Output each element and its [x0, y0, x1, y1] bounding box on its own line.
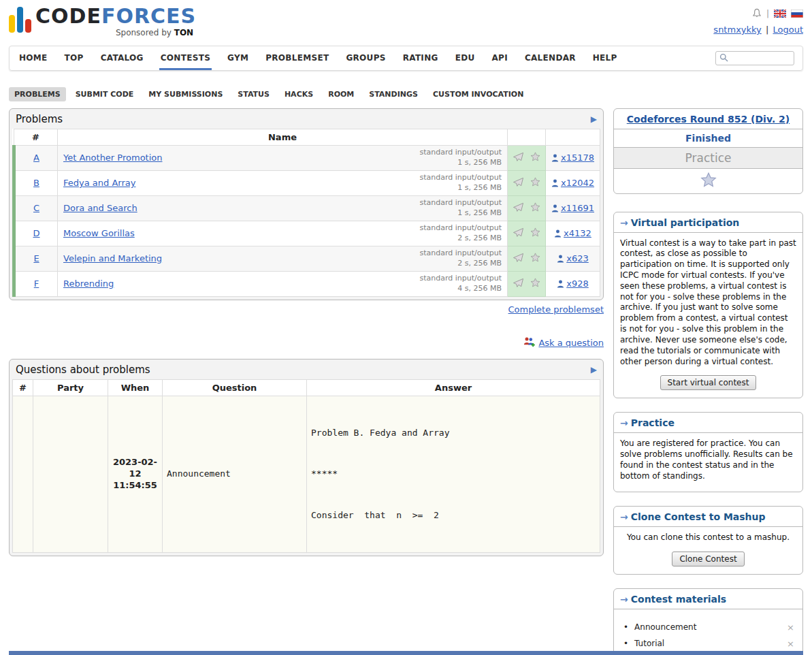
logo-forces-text: FORCES [101, 4, 196, 28]
ask-question-link[interactable]: Ask a question [538, 338, 604, 348]
nav-item-api[interactable]: API [490, 46, 508, 70]
favorite-star-icon[interactable] [530, 227, 540, 239]
favorite-star-icon[interactable] [530, 152, 540, 163]
arrow-icon: → [620, 417, 628, 428]
codeforces-logo[interactable]: CODEFORCES [35, 4, 196, 28]
nav-item-contests[interactable]: CONTESTS [159, 46, 212, 70]
questions-header-party: Party [33, 379, 108, 396]
problem-name-link[interactable]: Fedya and Array [63, 178, 135, 188]
favorite-star-icon[interactable] [530, 253, 540, 264]
clone-contest-button[interactable]: Clone Contest [672, 552, 744, 566]
favorite-star-icon[interactable] [530, 278, 540, 289]
search-input[interactable] [731, 53, 792, 63]
practice-text: You are registered for practice. You can… [614, 433, 802, 491]
nav-item-groups[interactable]: GROUPS [344, 46, 387, 70]
solved-count-link[interactable]: x11691 [561, 203, 594, 213]
question-party-cell [33, 396, 108, 553]
problem-index-link[interactable]: C [33, 203, 39, 213]
nav-item-rating[interactable]: RATING [402, 46, 440, 70]
problem-index-link[interactable]: A [33, 153, 39, 163]
problem-name-link[interactable]: Rebrending [63, 278, 114, 289]
problem-index-link[interactable]: D [33, 228, 39, 238]
solved-person-icon [557, 278, 566, 289]
problem-name-link[interactable]: Yet Another Promotion [63, 153, 162, 163]
nav-item-home[interactable]: HOME [18, 46, 49, 70]
solved-count-link[interactable]: x928 [566, 278, 589, 289]
material-item-tutorial: • Tutorial × [623, 639, 794, 649]
question-row: 2023-02-12 11:54:55 Announcement Problem… [13, 396, 600, 553]
flag-ru-icon[interactable] [791, 10, 803, 18]
problem-index-link[interactable]: E [33, 253, 39, 263]
problem-row-f: F Rebrending standard input/output4 s, 2… [14, 271, 600, 296]
question-text-cell: Announcement [163, 396, 307, 553]
question-index-cell [13, 396, 33, 553]
subnav-my-submissions[interactable]: MY SUBMISSIONS [143, 87, 228, 101]
subnav-custom-invocation[interactable]: CUSTOM INVOCATION [427, 87, 529, 101]
submit-plane-icon[interactable] [513, 152, 524, 164]
solved-person-icon [551, 153, 561, 163]
arrow-icon: → [620, 594, 628, 605]
subnav-room[interactable]: ROOM [323, 87, 359, 101]
bell-icon[interactable] [752, 8, 762, 18]
questions-header-answer: Answer [307, 379, 600, 396]
logout-link[interactable]: Logout [773, 25, 803, 35]
questions-caption-arrow-icon[interactable]: ▶ [591, 365, 597, 374]
problem-name-link[interactable]: Velepin and Marketing [63, 253, 162, 263]
flag-en-icon[interactable] [774, 10, 786, 18]
problem-name-link[interactable]: Moscow Gorillas [63, 228, 135, 238]
solved-count-link[interactable]: x623 [566, 253, 589, 263]
virtual-participation-box: →Virtual participation Virtual contest i… [613, 212, 803, 399]
problems-datatable: Problems ▶ # Name A [9, 108, 604, 300]
material-tutorial-link[interactable]: Tutorial [634, 639, 664, 648]
subnav-problems[interactable]: PROBLEMS [9, 87, 66, 101]
problem-name-link[interactable]: Dora and Search [63, 203, 137, 213]
material-announcement-link[interactable]: Announcement [634, 622, 696, 632]
username-link[interactable]: sntmxykky [713, 25, 761, 35]
submit-plane-icon[interactable] [513, 227, 524, 240]
contest-title-link[interactable]: Codeforces Round 852 (Div. 2) [627, 114, 790, 125]
questions-header-when: When [108, 379, 163, 396]
favorite-star-icon[interactable] [530, 202, 540, 214]
subnav-submit-code[interactable]: SUBMIT CODE [70, 87, 140, 101]
arrow-icon: → [620, 511, 628, 522]
submit-plane-icon[interactable] [513, 202, 524, 214]
nav-item-problemset[interactable]: PROBLEMSET [264, 46, 330, 70]
problem-index-link[interactable]: B [33, 178, 39, 188]
main-column: Problems ▶ # Name A [9, 108, 604, 557]
problems-caption-arrow-icon[interactable]: ▶ [591, 114, 597, 124]
nav-item-calendar[interactable]: CALENDAR [523, 46, 577, 70]
nav-item-catalog[interactable]: CATALOG [99, 46, 145, 70]
solved-person-icon [551, 178, 561, 188]
main-nav: HOME TOP CATALOG CONTESTS GYM PROBLEMSET… [9, 46, 803, 71]
header: CODEFORCES Sponsored by TON | sntmxykky … [9, 0, 803, 37]
nav-item-top[interactable]: TOP [63, 46, 85, 70]
sponsored-prefix: Sponsored by [116, 28, 172, 37]
submit-plane-icon[interactable] [513, 278, 524, 290]
problem-index-link[interactable]: F [34, 278, 39, 289]
questions-header-question: Question [163, 379, 307, 396]
nav-item-edu[interactable]: EDU [454, 46, 476, 70]
subnav-status[interactable]: STATUS [232, 87, 275, 101]
solved-count-link[interactable]: x12042 [561, 178, 594, 188]
favorite-star-icon[interactable] [530, 177, 540, 189]
solved-count-link[interactable]: x15178 [561, 153, 594, 163]
submit-plane-icon[interactable] [513, 253, 524, 265]
close-icon[interactable]: × [787, 639, 794, 649]
start-virtual-contest-button[interactable]: Start virtual contest [660, 375, 757, 390]
problems-caption: Problems [16, 113, 63, 125]
contest-materials-box: →Contest materials • Announcement × • Tu… [613, 588, 803, 655]
search-icon [719, 52, 728, 65]
close-icon[interactable]: × [787, 622, 794, 633]
sidebar: Codeforces Round 852 (Div. 2) Finished P… [613, 108, 803, 655]
sponsored-by[interactable]: Sponsored by TON [35, 28, 196, 37]
complete-problemset-link[interactable]: Complete problemset [508, 304, 604, 315]
nav-item-gym[interactable]: GYM [226, 46, 250, 70]
nav-item-help[interactable]: HELP [591, 46, 619, 70]
solved-count-link[interactable]: x4132 [564, 228, 591, 238]
contest-favorite-star-icon[interactable] [614, 169, 802, 193]
submit-plane-icon[interactable] [513, 177, 524, 189]
question-when-cell: 2023-02-12 11:54:55 [108, 396, 163, 553]
subnav-standings[interactable]: STANDINGS [363, 87, 423, 101]
subnav-hacks[interactable]: HACKS [279, 87, 319, 101]
contest-subnav: PROBLEMS SUBMIT CODE MY SUBMISSIONS STAT… [9, 87, 803, 101]
